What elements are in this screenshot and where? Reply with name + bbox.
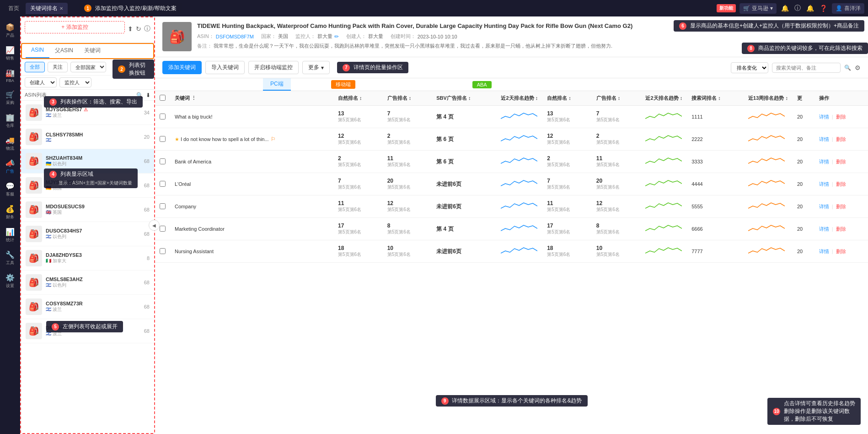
filter-all-btn[interactable]: 全部 — [25, 62, 45, 72]
products-label: 产品 — [6, 33, 14, 38]
sidebar-item-sales[interactable]: 📈 销售 — [1, 43, 19, 64]
bell-icon[interactable]: 🔔 — [780, 4, 790, 13]
rank-change-select[interactable]: 排名变化 — [731, 62, 768, 73]
row-keyword-cell: Company — [170, 195, 333, 218]
mobile-platform-tab[interactable]: 移动端 — [331, 80, 355, 89]
download-icon[interactable]: ⬇ — [146, 92, 150, 98]
open-mobile-button[interactable]: 开启移动端监控 — [248, 61, 299, 74]
delete-action-link[interactable]: 删除 — [836, 114, 846, 119]
row-ad-rank-pc: 8 第5页第6名 — [383, 218, 432, 240]
sidebar-item-fba[interactable]: 🏭 FBA — [1, 66, 19, 86]
help-circle-icon[interactable]: ⓘ — [144, 25, 150, 33]
tab-keyword[interactable]: 关键词 — [79, 44, 106, 58]
row-checkbox[interactable] — [160, 203, 166, 209]
annotation9-text: 详情数据展示区域：显示各个关键词的各种排名&趋势 — [452, 397, 582, 405]
import-keyword-label: 导入关键词 — [211, 64, 239, 71]
row-checkbox[interactable] — [160, 158, 166, 164]
table-area: PC端 移动端 ABA 关键词 ⋮ 自然排名 ↕ 广告排名 ↕ SBV广告排名 … — [155, 78, 868, 434]
more-button[interactable]: 更多 ▾ — [302, 61, 330, 74]
add-monitor-button[interactable]: + 添加监控 — [25, 21, 125, 33]
upload-icon[interactable]: ⬆ — [128, 25, 133, 33]
row-checkbox[interactable] — [160, 114, 166, 119]
asin-item[interactable]: 🎒 DJA8ZHDYSE3 🇮🇹 加拿大 8 — [21, 246, 154, 271]
tab-asin[interactable]: ASIN — [26, 44, 49, 58]
row-checkbox[interactable] — [160, 136, 166, 142]
row-checkbox[interactable] — [160, 226, 166, 232]
delete-action-link[interactable]: 删除 — [836, 226, 846, 232]
delete-action-link[interactable]: 删除 — [836, 204, 846, 209]
asin-meta-label: ASIN： — [197, 33, 214, 40]
row-natural-rank-pc: 7 第5页第6名 — [333, 173, 383, 195]
sidebar-item-products[interactable]: 📦 产品 — [1, 20, 19, 41]
sidebar-item-tools[interactable]: 🔧 工具 — [1, 248, 19, 269]
sidebar-item-finance[interactable]: 💰 财务 — [1, 202, 19, 223]
help-icon[interactable]: ❓ — [819, 4, 828, 13]
sidebar-item-ads[interactable]: 📣 广告 — [1, 156, 19, 177]
asin-item[interactable]: 🎒 CMSLS8E3AHZ 🇮🇱 以色列 68 — [21, 271, 154, 295]
row-checkbox[interactable] — [160, 248, 166, 254]
refresh-icon[interactable]: ↻ — [136, 25, 141, 33]
row-more-cell: 20 — [793, 218, 814, 240]
tab-close-icon[interactable]: ✕ — [59, 6, 63, 11]
delete-action-link[interactable]: 删除 — [836, 136, 846, 142]
row-sbv-rank-pc: 第 4 页 — [432, 218, 496, 240]
search-keyword-input[interactable] — [772, 63, 841, 73]
aba-platform-tab[interactable]: ABA — [472, 81, 492, 88]
sidebar-item-settings[interactable]: ⚙️ 设置 — [1, 271, 19, 292]
asin-item[interactable]: 🎒 DUSOC834HS7 🇮🇱 以色列 68 — [21, 222, 154, 246]
row-ad-rank-mobile: 11 第5页第6名 — [592, 151, 641, 173]
sidebar-item-stats[interactable]: 📊 统计 — [1, 225, 19, 246]
collapse-panel-button[interactable]: ◀ — [149, 220, 160, 231]
fba-label: FBA — [6, 78, 14, 83]
delete-action-link[interactable]: 删除 — [836, 249, 846, 254]
row-trend-2d-pc — [496, 106, 542, 128]
row-natural-rank-mobile: 17 第5页第6名 — [542, 218, 592, 240]
add-keyword-button[interactable]: 添加关键词 — [162, 61, 202, 74]
filter-follow-btn[interactable]: 关注 — [48, 62, 68, 72]
delete-action-link[interactable]: 删除 — [836, 181, 846, 187]
create-time-value: 2023-10-10 10:10 — [418, 34, 457, 39]
delete-action-link[interactable]: 删除 — [836, 159, 846, 164]
asin-item[interactable]: 🎒 CLSHSY78SMH 🇮🇱 20 — [21, 125, 154, 149]
detail-action-link[interactable]: 详情 — [819, 114, 829, 119]
filter-country-select[interactable]: 全部国家 — [70, 62, 106, 72]
detail-action-link[interactable]: 详情 — [819, 136, 829, 142]
select-all-checkbox[interactable] — [160, 95, 166, 101]
asin-meta-value[interactable]: DSFOMSD8F7M — [216, 34, 254, 39]
user-area[interactable]: 👤 喜洋洋 — [832, 3, 864, 14]
watcher-select[interactable]: 监控人 — [59, 77, 91, 87]
asin-thumb: 🎒 — [26, 250, 42, 266]
sidebar-item-purchase[interactable]: 🛒 采购 — [1, 87, 19, 108]
row-natural-rank-pc: 13 第5页第6名 — [333, 106, 383, 128]
row-checkbox[interactable] — [160, 181, 166, 187]
country-meta-value: 美国 — [278, 33, 288, 40]
monitor-edit-icon[interactable]: ✏ — [334, 33, 339, 40]
keyword-text: Nursing Assistant — [175, 249, 214, 254]
row-search-rank-aba: 1111 — [687, 106, 744, 128]
tab-parent-asin[interactable]: 父ASIN — [49, 44, 79, 58]
detail-action-link[interactable]: 详情 — [819, 204, 829, 209]
sales-label: 销售 — [6, 55, 14, 61]
import-keyword-button[interactable]: 导入关键词 — [205, 61, 245, 74]
asin-item[interactable]: 🎒 COSY8SMZ73R 🇮🇱 波兰 68 — [21, 295, 154, 319]
alert-icon[interactable]: 🔔 — [805, 4, 815, 13]
sidebar-item-warehouse[interactable]: 🏢 仓库 — [1, 110, 19, 131]
settings-columns-icon[interactable]: ⚙ — [855, 64, 861, 71]
owner-select[interactable]: 创建人 — [25, 77, 57, 87]
asin-item[interactable]: 🎒 MDOSUESUCS9 🇬🇧 英国 68 — [21, 198, 154, 222]
amazon-dropdown[interactable]: 🛒 亚马逊 ▾ — [739, 3, 777, 14]
nav-home-tab[interactable]: 首页 — [4, 3, 24, 14]
detail-action-link[interactable]: 详情 — [819, 181, 829, 187]
asin-country: 🇮🇹 加拿大 — [46, 258, 143, 264]
detail-action-link[interactable]: 详情 — [819, 249, 829, 254]
pc-platform-tab[interactable]: PC端 — [263, 78, 291, 91]
ann-circle-5: 5 — [52, 323, 59, 331]
sidebar-item-customer[interactable]: 💬 客服 — [1, 179, 19, 200]
nav-keyword-tab[interactable]: 关键词排名 ✕ — [26, 3, 68, 14]
detail-action-link[interactable]: 详情 — [819, 159, 829, 164]
info-icon[interactable]: ⓘ — [793, 3, 802, 13]
table-row: Bank of America 2 第5页第6名 11 第5页第6名 第 6 页… — [155, 151, 868, 173]
detail-action-link[interactable]: 详情 — [819, 226, 829, 232]
search-keyword-icon[interactable]: 🔍 — [844, 65, 851, 71]
sidebar-item-logistics[interactable]: 🚚 物流 — [1, 133, 19, 154]
